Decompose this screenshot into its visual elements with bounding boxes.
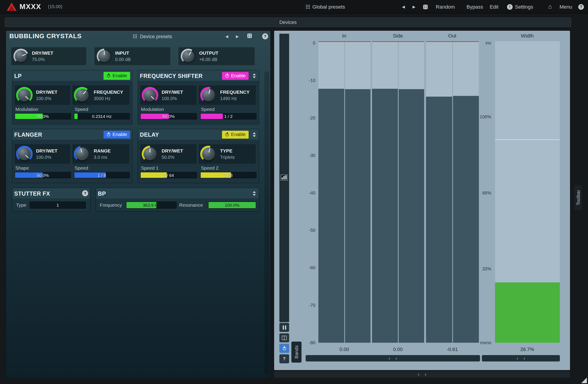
random-button[interactable]: Random [436, 0, 455, 14]
dry-wet-knob[interactable] [142, 87, 158, 103]
frequency-value: 363.9 Hz [126, 202, 176, 208]
width-marker-line [495, 139, 560, 140]
levels-hscrollbar[interactable]: ‹ › [306, 355, 480, 361]
speed-1-slider[interactable]: 1 / 64 [141, 172, 196, 178]
knob-pointer [149, 148, 150, 153]
slider-value: 1 / 2 [201, 113, 256, 119]
enable-button[interactable]: Enable [222, 131, 249, 138]
knob-value: 3.0 ms [94, 154, 111, 160]
edit-button[interactable]: Edit [490, 0, 499, 14]
module-header[interactable]: STUTTER FX ? [12, 188, 90, 198]
output-gain-knob[interactable] [181, 49, 196, 64]
module-header[interactable]: FREQUENCY SHIFTER Enable [138, 71, 259, 81]
settings-button[interactable]: ! Settings [507, 0, 533, 14]
bypass-button[interactable]: Bypass [466, 0, 483, 14]
meter-power-button[interactable] [279, 344, 289, 353]
knob-value: 100.0% [162, 96, 183, 101]
home-button[interactable]: ⌂ [548, 0, 552, 14]
level-bar-left [426, 97, 452, 343]
dry-wet-knob[interactable] [14, 49, 28, 64]
settings-label: Settings [515, 4, 533, 9]
global-presets-button[interactable]: Global presets [306, 0, 345, 14]
input-gain-knob[interactable] [97, 49, 112, 64]
dry-wet-knob[interactable] [142, 146, 158, 162]
toolbar-tab[interactable]: Toolbar [574, 185, 582, 210]
rack-help-icon[interactable]: ? [262, 33, 268, 39]
width-hscrollbar[interactable]: ‹ › [482, 355, 560, 361]
meter-column-side [372, 41, 424, 343]
chevron-up-icon [253, 73, 256, 75]
module-frequency-shifter: FREQUENCY SHIFTER Enable [138, 71, 259, 124]
module-header[interactable]: DELAY Enable [138, 129, 259, 140]
meter-zoom-slider[interactable] [279, 34, 289, 322]
frequency-knob[interactable] [200, 87, 217, 103]
resize-grip[interactable] [581, 377, 587, 383]
out-value: -0.61 [447, 346, 458, 352]
reorder-control[interactable] [252, 132, 257, 137]
modulation-slider[interactable]: 50.0% [141, 113, 196, 119]
prev-icon: ◀ [402, 5, 405, 9]
width-value: 26.7% [520, 346, 534, 352]
type-value: 1 [30, 202, 85, 208]
dry-wet-knob[interactable] [16, 87, 33, 103]
module-title: STUTTER FX [14, 190, 79, 196]
reorder-control[interactable] [252, 191, 257, 196]
prev-device-preset-button[interactable]: ◀ [226, 31, 229, 42]
device-presets-button[interactable]: Device presets [133, 31, 172, 42]
meter-help-button[interactable]: ? [279, 354, 289, 364]
level-bar-left [318, 89, 344, 343]
help-button[interactable]: ? [578, 0, 584, 14]
pause-icon [282, 325, 286, 329]
device-chain-title: BUBBLING CRYSTALS [9, 33, 82, 40]
random-device-preset-button[interactable] [247, 33, 252, 38]
knob-card: DRY/WET 100.0% [15, 85, 70, 105]
module-header[interactable]: LP Enable [12, 71, 132, 81]
next-device-preset-button[interactable]: ▶ [236, 31, 239, 42]
speed-slider[interactable]: 0.2314 Hz [74, 113, 129, 119]
global-presets-label: Global presets [312, 4, 345, 9]
knob-value: 50.0% [162, 154, 183, 160]
module-header[interactable]: FLANGER Enable [12, 129, 132, 140]
pause-button[interactable] [279, 323, 289, 332]
tile-view-button[interactable] [279, 333, 289, 343]
next-icon: ▶ [236, 34, 239, 38]
type-knob[interactable] [200, 146, 217, 162]
knob-face [182, 50, 194, 62]
speed-slider[interactable]: 1 / 2 [201, 113, 256, 119]
enable-button[interactable]: Enable [104, 72, 130, 80]
speed-2-slider[interactable]: 1 / 8 [201, 172, 256, 178]
prev-preset-button[interactable]: ◀ [402, 0, 405, 14]
reorder-control[interactable] [252, 73, 257, 78]
enable-button[interactable]: Enable [222, 72, 249, 80]
frequency-knob[interactable] [74, 87, 90, 103]
meter-bottom-scrollbar[interactable]: ‹ › [274, 371, 570, 377]
frequency-slider[interactable]: 363.9 Hz [126, 202, 176, 208]
slider-label: Shape [15, 166, 29, 171]
enable-label: Enable [231, 73, 246, 78]
enable-button[interactable]: Enable [104, 131, 130, 138]
analyzer-icon[interactable] [280, 175, 288, 181]
knob-card: RANGE 3.0 ms [72, 144, 129, 164]
power-icon [225, 74, 229, 78]
speed-slider[interactable]: 1 / 8 [74, 172, 129, 178]
prev-icon: ◀ [226, 34, 229, 38]
range-knob[interactable] [74, 146, 90, 162]
modulation-slider[interactable]: 50.0% [15, 113, 70, 119]
random-seed-button[interactable] [423, 0, 428, 14]
melda-logo[interactable] [7, 0, 17, 14]
module-header[interactable]: BP [96, 188, 259, 198]
menu-button[interactable]: Menu [560, 0, 572, 14]
rack-scrollbar[interactable] [264, 71, 269, 375]
knob-card: DRY/WET 100.0% [15, 144, 70, 164]
help-icon[interactable]: ? [82, 190, 88, 196]
devices-tab[interactable]: Devices [5, 18, 571, 27]
type-field[interactable]: 1 [30, 202, 85, 208]
knob-face [15, 50, 27, 62]
devices-tab-label: Devices [279, 19, 297, 25]
resonance-slider[interactable]: 100.0% [209, 202, 256, 208]
knob-face [144, 89, 156, 101]
width-bar [495, 282, 560, 343]
next-preset-button[interactable]: ▶ [413, 0, 416, 14]
shape-slider[interactable]: 50.0% [15, 172, 70, 178]
dry-wet-knob[interactable] [16, 146, 33, 162]
